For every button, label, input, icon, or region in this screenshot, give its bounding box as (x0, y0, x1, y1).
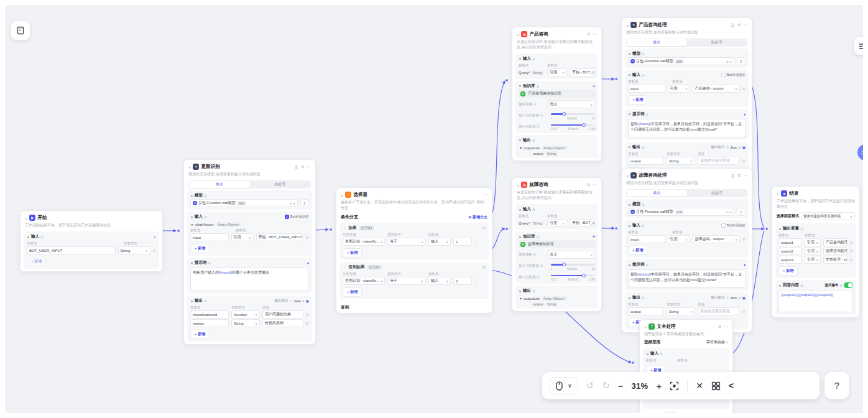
knowledge-item[interactable]: ▤ 故障维修知识库 (519, 240, 595, 248)
fit-view-button[interactable] (670, 381, 679, 391)
remove-icon[interactable]: ⊖ (742, 237, 746, 242)
tab-batch[interactable]: 批处理 (250, 181, 311, 188)
collapse-chevron-icon[interactable]: ∨ (341, 193, 343, 197)
expand-icon[interactable]: ⊕ (153, 235, 156, 239)
node-llm-product-header[interactable]: ∨ ✦ 产品咨询处理 ⊙⋯ (622, 18, 752, 30)
value-type-select[interactable]: 输入∨ (428, 277, 451, 285)
collapse-chevron-icon[interactable]: ∨ (777, 192, 779, 195)
output-name-field[interactable]: classificationId (190, 310, 229, 318)
max-recall-slider[interactable]: 1Default10 (551, 111, 595, 120)
output-type-select[interactable]: String∨ (667, 307, 695, 315)
node-intent-header[interactable]: ∨ ✦ 意图识别 ⊙ ⋯ (184, 160, 315, 172)
condition-op-select[interactable]: 等于∨ (387, 238, 426, 246)
output-name-field[interactable]: output (628, 157, 664, 165)
ref-value-select[interactable]: 文本处理 - ou∨ (823, 256, 847, 264)
add-outvar-button[interactable]: + 新增 (778, 266, 798, 276)
help-button[interactable]: ? (824, 372, 849, 399)
add-input-button[interactable]: + 新增 (628, 95, 647, 104)
help-icon[interactable]: ⊙ (737, 173, 741, 178)
ref-type-select[interactable]: 引用∨ (231, 233, 254, 241)
add-knowledge-icon[interactable]: + (593, 235, 595, 239)
collapse-nodes-button[interactable]: ✕ (696, 381, 703, 391)
remove-icon[interactable]: ⊖ (153, 248, 156, 253)
expand-arrow-icon[interactable]: ▸ (192, 222, 193, 226)
expand-arrow-icon[interactable]: ▾ (520, 146, 522, 150)
tab-single[interactable]: 单次 (627, 39, 687, 46)
prompt-editor[interactable]: 提取{{input}}中答案字段，如果没有此字段，则直接返回“对不起，这个问题暂… (628, 119, 746, 137)
ref-value-select[interactable]: 开始 - BOT_USER∨ (570, 219, 595, 227)
search-strategy-select[interactable]: 语义∨ (547, 251, 595, 259)
remove-icon[interactable]: ⊖ (850, 258, 853, 262)
bot-history-checkbox[interactable]: ✓ (285, 215, 289, 219)
more-icon[interactable]: ⋯ (744, 22, 748, 27)
prompt-optimize-icon[interactable]: ♦ (307, 261, 309, 265)
pointer-mode-select[interactable]: ∨ (550, 377, 578, 394)
add-knowledge-icon[interactable]: + (593, 84, 595, 88)
remove-icon[interactable]: ⊖ (306, 312, 309, 317)
test-run-icon[interactable] (731, 174, 735, 178)
stream-output-toggle[interactable] (844, 282, 853, 288)
remove-icon[interactable]: ⊖ (850, 249, 853, 254)
ref-type-select[interactable]: 引用∨ (805, 247, 821, 255)
help-icon[interactable]: ⊙ (587, 182, 590, 187)
add-condition-button[interactable]: + 新增 (343, 248, 362, 258)
more-icon[interactable]: ⋯ (593, 32, 598, 37)
collapse-chevron-icon[interactable]: ∨ (517, 32, 519, 36)
outvar-name-field[interactable]: output2 (778, 247, 802, 255)
collapse-chevron-icon[interactable]: ∨ (25, 216, 27, 220)
expand-panel-button[interactable] (854, 37, 863, 55)
drag-handle-icon[interactable]: ⋮ (343, 265, 347, 270)
node-kb-fault-header[interactable]: ∨ ▤ 故障咨询 ⊙⋯ (512, 178, 601, 190)
node-selector[interactable]: ∨ ⑂ 选择器 ⋯ 连接多个下游分支。若设定的条件成立则仅运行对应的分支，若均不… (336, 187, 492, 314)
ref-value-select[interactable]: 开始 - BOT_USER∨ (570, 68, 595, 77)
var-name-field[interactable]: BOT_USER_INPUT (27, 246, 116, 254)
node-intent-recognition[interactable]: ∨ ✦ 意图识别 ⊙ ⋯ 调用大语言模型,使用变量和提示词生成回复 单次 批处理… (183, 159, 316, 345)
outvar-name-field[interactable]: output1 (778, 238, 802, 246)
output-desc-field[interactable]: 请描述变量的用途 (698, 157, 740, 165)
node-end-header[interactable]: ∨ ■ 结束 (772, 187, 859, 198)
ref-type-select[interactable]: 引用∨ (668, 235, 690, 243)
condition-ref-select[interactable]: 意图识别 - classific...∨ (343, 277, 385, 285)
node-kb-product-header[interactable]: ∨ ▤ 产品咨询 ⊙⋯ (512, 27, 601, 39)
node-llm-fault-header[interactable]: ∨ ✦ 故障咨询处理 ⊙⋯ (622, 169, 752, 180)
help-icon[interactable]: ⊙ (301, 164, 304, 169)
param-name-field[interactable]: input (628, 235, 665, 243)
test-run-icon[interactable] (731, 23, 735, 27)
tab-single[interactable]: 单次 (627, 190, 687, 197)
help-icon[interactable]: ⊙ (718, 324, 721, 329)
expand-arrow-icon[interactable]: ▾ (520, 296, 522, 300)
condition-op-select[interactable]: 等于∨ (387, 277, 426, 285)
node-selector-header[interactable]: ∨ ⑂ 选择器 ⋯ (336, 188, 492, 200)
var-type-select[interactable]: String∨ (118, 246, 150, 254)
more-icon[interactable]: ⋯ (744, 173, 748, 178)
param-name-field[interactable]: input (628, 85, 665, 93)
node-start-header[interactable]: ∨ ▶ 开始 (21, 211, 162, 223)
test-run-icon[interactable] (294, 165, 298, 169)
remove-icon[interactable]: ⊖ (850, 240, 853, 245)
remove-icon[interactable]: ⊖ (306, 321, 309, 326)
bot-history-checkbox[interactable] (721, 73, 726, 77)
ref-value-select[interactable]: 产品咨询处理∨ (823, 238, 847, 246)
ref-value-select[interactable]: 产品咨询 - output∨ (693, 85, 740, 93)
row-menu-icon[interactable]: ⋮ (474, 239, 478, 244)
output-desc-field[interactable]: 请描述变量的用途 (698, 307, 740, 315)
node-kb-fault[interactable]: ∨ ▤ 故障咨询 ⊙⋯ 在选定的知识中,根据输入变量召回最匹配的信息,并以列表形… (512, 177, 602, 312)
code-view-button[interactable]: < (729, 381, 734, 391)
collapse-chevron-icon[interactable]: ∨ (626, 174, 629, 177)
node-text-header[interactable]: ∨ T 文本处理 ⊙⋯ (640, 320, 732, 332)
node-llm-fault[interactable]: ∨ ✦ 故障咨询处理 ⊙⋯ 调用大语言模型,使用变量和提示词生成回复 单次 批处… (621, 168, 752, 333)
tab-batch[interactable]: 批处理 (687, 39, 747, 46)
ref-value-select[interactable]: 开始 - BOT_USER_INPUT∨ (256, 233, 303, 241)
ref-type-select[interactable]: 引用∨ (805, 238, 821, 246)
section-chevron-icon[interactable]: ∨ (27, 235, 30, 239)
model-select[interactable]: 豆 豆包·Function call模型32K⊙ ∨ (628, 208, 734, 216)
remove-branch-icon[interactable]: ⊖ (482, 226, 486, 231)
model-settings-icon[interactable]: ≡ (300, 199, 309, 207)
prompt-optimize-icon[interactable]: ♦ (744, 263, 746, 267)
row-menu-icon[interactable]: ⋮ (474, 279, 478, 283)
ref-type-select[interactable]: 引用∨ (805, 256, 821, 264)
answer-mode-select[interactable]: 使用设定的内容直接回答∨ (801, 212, 855, 220)
output-type-select[interactable]: String∨ (231, 319, 260, 327)
output-format-select[interactable]: Json (730, 296, 737, 300)
more-icon[interactable]: ⋯ (593, 182, 598, 187)
